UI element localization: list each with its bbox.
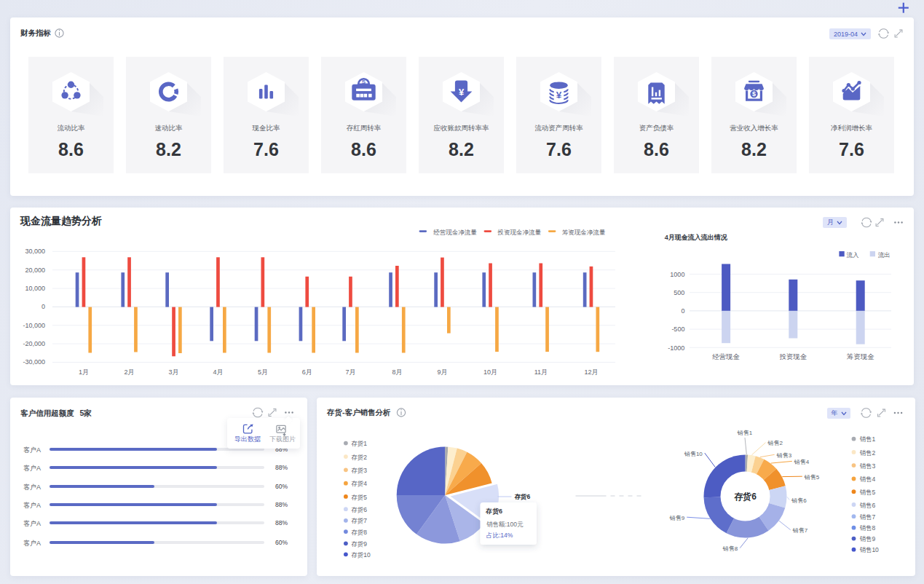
svg-text:存货6: 存货6 xyxy=(485,508,502,515)
svg-text:0: 0 xyxy=(42,303,45,310)
svg-text:存货6: 存货6 xyxy=(513,493,530,500)
svg-text:-20,000: -20,000 xyxy=(23,340,45,347)
svg-text:流出: 流出 xyxy=(878,251,891,259)
svg-text:销售2: 销售2 xyxy=(767,440,783,446)
svg-text:销售4: 销售4 xyxy=(859,476,875,483)
svg-text:5月: 5月 xyxy=(258,368,268,376)
svg-text:投资现金: 投资现金 xyxy=(779,352,807,360)
svg-text:3月: 3月 xyxy=(168,368,178,376)
svg-text:10月: 10月 xyxy=(483,368,497,376)
svg-text:30,000: 30,000 xyxy=(25,248,45,255)
svg-text:11月: 11月 xyxy=(534,368,548,376)
svg-text:1月: 1月 xyxy=(79,368,89,376)
svg-text:销售2: 销售2 xyxy=(859,449,875,457)
svg-text:存货2: 存货2 xyxy=(351,454,367,461)
svg-text:销售7: 销售7 xyxy=(859,513,875,521)
svg-text:销售6: 销售6 xyxy=(859,502,875,509)
svg-text:存货-客户销售分析: 存货-客户销售分析 xyxy=(326,408,391,417)
svg-text:销售10: 销售10 xyxy=(859,546,879,553)
svg-text:存货8: 存货8 xyxy=(351,529,367,536)
svg-text:下载图片: 下载图片 xyxy=(269,435,296,443)
svg-text:销售8: 销售8 xyxy=(859,524,875,532)
svg-text:-500: -500 xyxy=(671,325,684,333)
svg-text:7月: 7月 xyxy=(345,368,355,376)
svg-text:销售1: 销售1 xyxy=(859,435,875,443)
svg-text:12月: 12月 xyxy=(584,368,598,376)
svg-text:4月: 4月 xyxy=(213,368,223,376)
svg-text:存货3: 存货3 xyxy=(351,467,367,474)
svg-text:存货6: 存货6 xyxy=(351,506,367,513)
svg-text:2月: 2月 xyxy=(125,368,135,376)
svg-text:存货1: 存货1 xyxy=(351,440,367,447)
svg-text:-1000: -1000 xyxy=(668,344,684,352)
svg-text:筹资现金: 筹资现金 xyxy=(847,352,875,360)
svg-text:占比:14%: 占比:14% xyxy=(486,532,513,539)
svg-text:现金流量趋势分析: 现金流量趋势分析 xyxy=(20,215,102,226)
svg-text:存货6: 存货6 xyxy=(733,492,757,502)
svg-text:销售1: 销售1 xyxy=(736,430,752,436)
svg-text:6月: 6月 xyxy=(302,368,312,376)
svg-text:4月现金流入流出情况: 4月现金流入流出情况 xyxy=(665,234,728,241)
svg-text:9月: 9月 xyxy=(437,368,447,376)
svg-text:销售10: 销售10 xyxy=(683,451,702,457)
svg-text:经营现金: 经营现金 xyxy=(712,352,741,360)
svg-text:-10,000: -10,000 xyxy=(23,322,45,329)
svg-text:0: 0 xyxy=(681,307,684,315)
svg-text:¥: ¥ xyxy=(459,87,465,98)
svg-text:销售8: 销售8 xyxy=(722,545,738,552)
svg-text:-30,000: -30,000 xyxy=(23,358,45,366)
svg-text:¥: ¥ xyxy=(556,90,562,100)
svg-text:销售6: 销售6 xyxy=(791,497,807,504)
svg-text:存货9: 存货9 xyxy=(351,540,367,548)
svg-text:8月: 8月 xyxy=(392,368,402,376)
svg-text:$: $ xyxy=(752,90,756,98)
svg-text:销售额:100元: 销售额:100元 xyxy=(486,521,524,528)
svg-text:存货5: 存货5 xyxy=(351,494,367,501)
svg-text:流入: 流入 xyxy=(847,251,860,259)
svg-text:20,000: 20,000 xyxy=(25,267,45,274)
svg-text:投资现金净流量: 投资现金净流量 xyxy=(497,229,542,236)
svg-text:筹资现金净流量: 筹资现金净流量 xyxy=(562,229,606,236)
svg-text:导出数据: 导出数据 xyxy=(234,435,261,443)
svg-text:销售3: 销售3 xyxy=(775,452,791,459)
svg-text:经营现金净流量: 经营现金净流量 xyxy=(433,229,477,236)
svg-text:销售3: 销售3 xyxy=(859,462,875,470)
svg-text:500: 500 xyxy=(674,289,684,296)
svg-text:1000: 1000 xyxy=(670,271,684,278)
svg-text:销售5: 销售5 xyxy=(859,489,875,496)
svg-text:10,000: 10,000 xyxy=(25,285,45,292)
svg-text:销售9: 销售9 xyxy=(668,515,684,521)
svg-text:销售9: 销售9 xyxy=(859,535,875,542)
svg-text:S: S xyxy=(362,79,366,85)
svg-text:存货4: 存货4 xyxy=(351,480,367,487)
svg-text:存货7: 存货7 xyxy=(351,517,367,524)
svg-text:存货10: 存货10 xyxy=(351,551,371,559)
svg-text:销售5: 销售5 xyxy=(803,474,819,481)
svg-text:销售4: 销售4 xyxy=(793,459,809,465)
svg-text:销售7: 销售7 xyxy=(791,527,807,534)
